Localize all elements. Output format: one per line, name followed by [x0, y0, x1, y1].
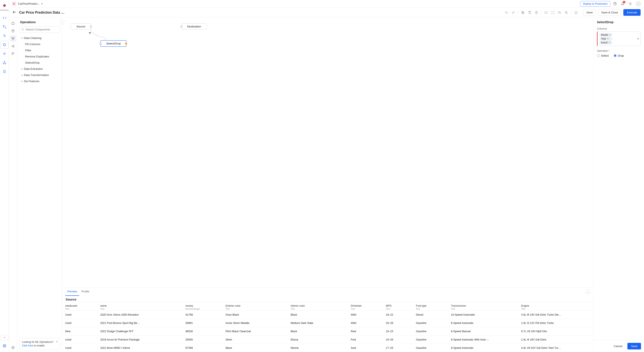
- column-header[interactable]: Fuel typeText: [413, 302, 448, 311]
- node-destination[interactable]: Destination: [182, 23, 207, 29]
- column-header[interactable]: Interior colorText: [288, 302, 348, 311]
- workspace-caret-icon[interactable]: ▾: [41, 2, 43, 5]
- chevron-down-icon[interactable]: ▾: [638, 37, 639, 40]
- node-select-drop[interactable]: Select/Drop: [100, 40, 126, 47]
- workspace-name[interactable]: CarPricePredict…: [18, 2, 40, 5]
- column-header[interactable]: moneyNumber(large): [182, 302, 222, 311]
- app-rail: Services: [0, 0, 9, 352]
- cell: 24–34: [383, 336, 413, 344]
- mini-flow-icon[interactable]: [10, 35, 16, 42]
- mini-add-icon[interactable]: [10, 344, 16, 351]
- columns-multiselect[interactable]: Model ✕Year ✕brand ✕ ▾: [597, 31, 640, 46]
- paste-icon[interactable]: [526, 9, 533, 16]
- gear-icon[interactable]: [627, 1, 633, 7]
- rail-nav-2[interactable]: [1, 23, 8, 31]
- rail-nav-pipeline[interactable]: [1, 41, 8, 48]
- notification-badge: 1: [623, 1, 626, 3]
- services-label: Services: [0, 9, 8, 11]
- column-header[interactable]: nameText: [97, 302, 182, 311]
- group-data-cleaning[interactable]: ▾Data Cleaning: [19, 35, 60, 41]
- cell: 67399: [182, 344, 222, 352]
- item-fill-columns[interactable]: Fill Columns: [19, 41, 60, 47]
- rail-nav-3[interactable]: [1, 32, 8, 39]
- fit-icon[interactable]: [543, 9, 550, 16]
- help-icon[interactable]: [612, 1, 618, 7]
- svg-rect-17: [545, 12, 547, 13]
- svg-rect-10: [5, 346, 6, 347]
- chip-remove-icon[interactable]: ✕: [609, 34, 611, 36]
- rail-nav-7[interactable]: [1, 68, 8, 75]
- save-button[interactable]: Save: [583, 9, 596, 16]
- mini-home-icon[interactable]: [10, 20, 16, 26]
- column-header[interactable]: EngineText: [518, 302, 593, 311]
- rail-apps-icon[interactable]: [1, 342, 8, 350]
- rail-nav-6[interactable]: [1, 59, 8, 66]
- table-row[interactable]: Used2020 Gmc Sierra 1500 Elevation41799O…: [62, 311, 593, 319]
- deploy-button[interactable]: Deploy to Production: [580, 1, 610, 6]
- fullscreen-icon[interactable]: [550, 9, 556, 16]
- copy-icon[interactable]: [520, 9, 526, 16]
- cell: 2022 Dodge Challenger R/T: [97, 327, 182, 336]
- column-header[interactable]: DrivetrainText: [348, 302, 383, 311]
- svg-point-21: [12, 29, 14, 30]
- mini-rail: [9, 17, 17, 352]
- group-zia-features[interactable]: ▸Zia Features: [19, 78, 60, 84]
- mini-flag-icon[interactable]: [10, 51, 16, 57]
- cell: 17–25: [383, 344, 413, 352]
- zoom-in-icon[interactable]: [563, 9, 570, 16]
- chip-remove-icon[interactable]: ✕: [607, 37, 609, 40]
- rail-nav-1[interactable]: [1, 14, 8, 22]
- cell: 10-Speed Automatic: [448, 311, 518, 319]
- group-data-transformation[interactable]: ▸Data Transformation: [19, 72, 60, 78]
- table-row[interactable]: New2022 Dodge Challenger R/T46530Pitch B…: [62, 327, 593, 336]
- back-arrow-icon[interactable]: [12, 10, 16, 15]
- save-close-button[interactable]: Save & Close: [598, 9, 621, 16]
- zoom-out-icon[interactable]: [556, 9, 563, 16]
- column-header[interactable]: TransmissionText: [448, 302, 518, 311]
- mini-share-icon[interactable]: [10, 43, 16, 49]
- avatar[interactable]: [636, 1, 641, 6]
- cell: Gasoline: [413, 319, 448, 327]
- config-title: Select/Drop: [597, 20, 640, 24]
- rail-expand-button[interactable]: [1, 335, 8, 340]
- panel-expand-icon[interactable]: ⌄: [586, 290, 590, 294]
- cell: 8-Speed Automatic: [448, 344, 518, 352]
- cell: Black: [222, 344, 288, 352]
- flow-canvas[interactable]: Source Select/Drop Destination: [62, 17, 593, 287]
- undo-icon[interactable]: [503, 9, 510, 16]
- cell: 1.5L I3 12V Pdi Dohc Turbo: [518, 319, 593, 327]
- bell-icon[interactable]: 1: [619, 1, 626, 7]
- cell: 5.7L V8 16V Mpfi Ohv: [518, 327, 593, 336]
- radio-select[interactable]: Select: [597, 54, 609, 57]
- item-select-drop[interactable]: Select/Drop: [19, 60, 60, 66]
- item-remove-duplicates[interactable]: Remove Duplicates: [19, 53, 60, 60]
- trash-icon[interactable]: [533, 9, 540, 16]
- search-input[interactable]: [19, 26, 60, 33]
- item-filter[interactable]: Filter: [19, 47, 60, 53]
- column-header[interactable]: MPGText: [383, 302, 413, 311]
- topbar: C CarPricePredict… ▾ Deploy to Productio…: [9, 0, 644, 8]
- ml-tip-link[interactable]: Click here: [22, 344, 33, 347]
- close-icon[interactable]: ✕: [56, 340, 58, 344]
- group-data-extraction[interactable]: ▸Data Extraction: [19, 66, 60, 72]
- mini-db-icon[interactable]: [10, 28, 16, 34]
- execute-button[interactable]: Execute: [623, 9, 640, 16]
- table-row[interactable]: Used2021 Ford Bronco Sport Big Be…28991I…: [62, 319, 593, 327]
- table-row[interactable]: Used2021 Bmw M550 I Xdrive67399BlackMoch…: [62, 344, 593, 352]
- group-label: Data Transformation: [24, 73, 49, 77]
- column-header[interactable]: new&usedText: [62, 302, 97, 311]
- tab-preview[interactable]: Preview: [65, 288, 79, 296]
- column-header[interactable]: Exterior colorText: [222, 302, 288, 311]
- redo-icon[interactable]: [510, 9, 517, 16]
- config-save-button[interactable]: Save: [628, 343, 641, 350]
- svg-rect-9: [3, 346, 4, 347]
- cell: Iconic Silver Metallic: [222, 319, 288, 327]
- config-cancel-button[interactable]: Cancel: [611, 343, 625, 350]
- radio-drop[interactable]: Drop: [614, 54, 624, 57]
- rail-nav-5[interactable]: [1, 50, 8, 57]
- table-row[interactable]: Used2019 Acura Ilx Premium Package25000S…: [62, 336, 593, 344]
- node-source[interactable]: Source: [71, 23, 91, 29]
- tab-profile[interactable]: Profile: [79, 288, 91, 296]
- info-icon[interactable]: [573, 9, 580, 16]
- chip-remove-icon[interactable]: ✕: [608, 41, 610, 44]
